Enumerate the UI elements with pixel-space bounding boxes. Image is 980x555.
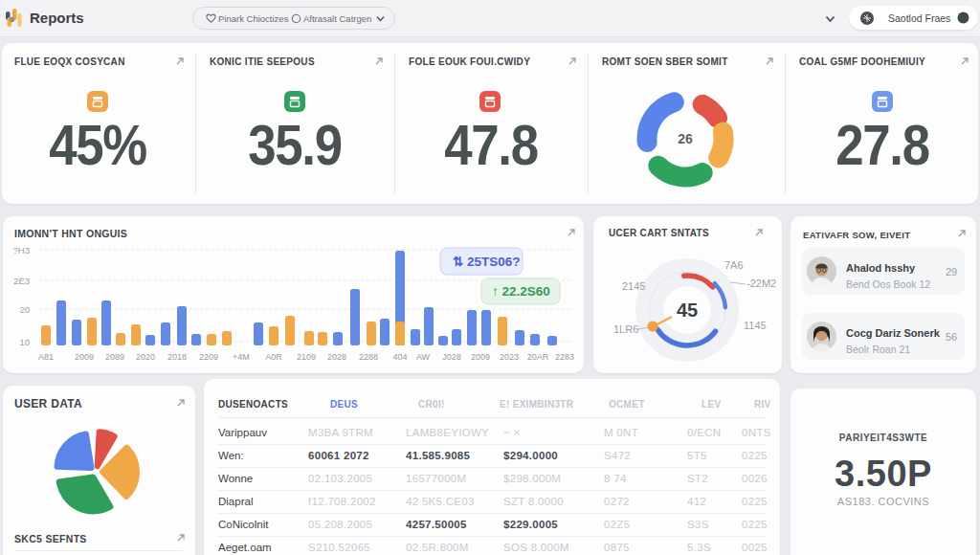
svg-text:2109: 2109 [297,352,316,362]
svg-text:2018: 2018 [167,352,187,362]
svg-text:10: 10 [19,337,30,347]
svg-text:AW: AW [416,352,431,362]
svg-text:1LR6: 1LR6 [613,323,638,335]
svg-text:+4M: +4M [233,352,250,362]
svg-text:404: 404 [392,352,407,362]
svg-text:20AR: 20AR [527,352,549,362]
svg-text:26: 26 [678,131,693,146]
svg-text:7A6: 7A6 [724,259,744,271]
svg-text:A0R: A0R [265,352,282,362]
svg-text:20: 20 [19,304,30,315]
svg-text:2089: 2089 [105,352,124,362]
svg-text:2209: 2209 [199,352,218,362]
svg-text:?H3: ?H3 [13,245,30,255]
svg-text:2028: 2028 [327,352,346,362]
svg-text:2009: 2009 [471,352,490,362]
svg-text:2023: 2023 [500,352,519,362]
svg-text:2288: 2288 [359,352,378,362]
svg-text:2009: 2009 [75,352,94,362]
svg-text:45: 45 [677,300,698,321]
svg-text:A81: A81 [38,352,54,362]
svg-text:⇅ 25TS06?: ⇅ 25TS06? [453,255,521,269]
svg-text:-22M2: -22M2 [746,278,776,289]
svg-text:2283: 2283 [555,352,574,362]
svg-text:2145: 2145 [622,280,645,292]
svg-text:J028: J028 [442,352,461,362]
svg-text:2E3: 2E3 [13,276,30,286]
svg-text:2020: 2020 [136,352,155,362]
svg-text:↑ 22.2S60: ↑ 22.2S60 [492,284,550,299]
svg-text:1145: 1145 [744,320,767,331]
